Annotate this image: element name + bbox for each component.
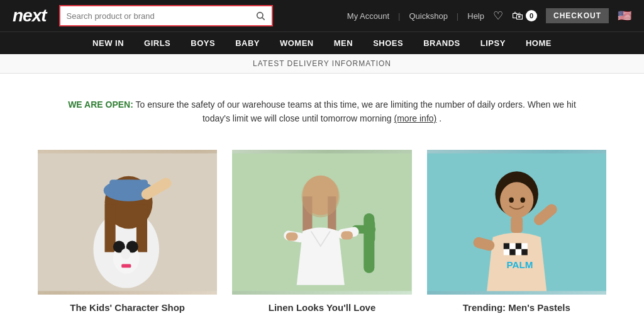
nav-item-girls[interactable]: GIRLS bbox=[134, 33, 180, 53]
alert-open-label: WE ARE OPEN: bbox=[68, 99, 133, 110]
svg-rect-45 bbox=[515, 249, 521, 256]
wishlist-icon[interactable]: ♡ bbox=[493, 9, 503, 23]
search-button[interactable] bbox=[249, 6, 272, 25]
my-account-link[interactable]: My Account bbox=[347, 11, 389, 21]
svg-rect-41 bbox=[515, 243, 521, 249]
header-right: My Account | Quickshop | Help ♡ 🛍 0 CHEC… bbox=[347, 8, 631, 23]
nav-item-shoes[interactable]: SHOES bbox=[363, 33, 413, 53]
more-info-link[interactable]: (more info) bbox=[394, 113, 437, 123]
svg-rect-27 bbox=[341, 231, 353, 239]
flag-icon: 🇺🇸 bbox=[618, 9, 631, 23]
svg-rect-46 bbox=[521, 249, 528, 256]
nav-item-boys[interactable]: BOYS bbox=[180, 33, 225, 53]
svg-point-36 bbox=[509, 197, 514, 203]
delivery-banner[interactable]: LATEST DELIVERY INFORMATION bbox=[0, 54, 644, 74]
header: next My Account | Quickshop | Help ♡ 🛍 0… bbox=[0, 0, 644, 31]
svg-rect-26 bbox=[286, 232, 298, 240]
nav-item-men[interactable]: MEN bbox=[324, 33, 363, 53]
divider-2: | bbox=[457, 11, 458, 21]
svg-rect-50 bbox=[511, 216, 523, 233]
site-logo[interactable]: next bbox=[13, 6, 47, 26]
alert-message: To ensure the safety of our warehouse te… bbox=[136, 99, 576, 123]
svg-point-0 bbox=[257, 13, 262, 18]
product-grid: The Kids' Character Shop Shop Now bbox=[38, 150, 606, 316]
nav-item-new-in[interactable]: NEW IN bbox=[82, 33, 134, 53]
nav-item-lipsy[interactable]: LIPSY bbox=[470, 33, 516, 53]
search-icon bbox=[255, 11, 265, 21]
svg-rect-40 bbox=[509, 243, 516, 249]
svg-line-1 bbox=[262, 18, 265, 20]
svg-rect-15 bbox=[121, 264, 131, 268]
product-title-mens: Trending: Men's Pastels bbox=[463, 302, 570, 313]
svg-rect-19 bbox=[367, 219, 375, 243]
svg-point-37 bbox=[520, 197, 525, 203]
main-nav: NEW IN GIRLS BOYS BABY WOMEN MEN SHOES B… bbox=[0, 31, 644, 54]
product-image-kids bbox=[38, 150, 217, 295]
nav-item-baby[interactable]: BABY bbox=[225, 33, 270, 53]
linen-image-svg bbox=[232, 150, 411, 295]
svg-point-35 bbox=[500, 182, 533, 218]
cart-count: 0 bbox=[526, 10, 537, 21]
search-container bbox=[59, 5, 273, 26]
svg-rect-39 bbox=[503, 243, 509, 249]
quickshop-link[interactable]: Quickshop bbox=[409, 11, 447, 21]
product-title-kids: The Kids' Character Shop bbox=[70, 302, 185, 313]
search-input[interactable] bbox=[60, 6, 249, 25]
kids-image-svg bbox=[38, 150, 217, 295]
checkout-button[interactable]: CHECKOUT bbox=[546, 8, 609, 23]
product-card-linen: Linen Looks You'll Love Shop Now bbox=[232, 150, 411, 316]
product-image-mens: PALM bbox=[427, 150, 606, 295]
svg-rect-44 bbox=[509, 249, 516, 256]
nav-item-women[interactable]: WOMEN bbox=[270, 33, 324, 53]
help-link[interactable]: Help bbox=[467, 11, 484, 21]
mens-image-svg: PALM bbox=[427, 150, 606, 295]
svg-rect-7 bbox=[136, 204, 147, 252]
svg-text:PALM: PALM bbox=[506, 259, 533, 270]
main-content: WE ARE OPEN: To ensure the safety of our… bbox=[0, 74, 644, 316]
cart-icon: 🛍 bbox=[512, 9, 523, 23]
nav-item-home[interactable]: HOME bbox=[516, 33, 562, 53]
divider-1: | bbox=[398, 11, 400, 21]
svg-point-23 bbox=[302, 176, 340, 218]
cart-container[interactable]: 🛍 0 bbox=[512, 9, 537, 23]
product-card-mens: PALM Trending: Men's Pastels Shop Now bbox=[427, 150, 606, 316]
product-card-kids: The Kids' Character Shop Shop Now bbox=[38, 150, 217, 316]
alert-end: . bbox=[439, 113, 441, 123]
product-image-linen bbox=[232, 150, 411, 295]
svg-rect-43 bbox=[503, 249, 509, 256]
svg-point-14 bbox=[121, 249, 130, 259]
nav-item-brands[interactable]: BRANDS bbox=[413, 33, 470, 53]
svg-rect-42 bbox=[521, 243, 528, 249]
delivery-banner-text: LATEST DELIVERY INFORMATION bbox=[253, 59, 391, 68]
product-title-linen: Linen Looks You'll Love bbox=[269, 302, 376, 313]
alert-banner: WE ARE OPEN: To ensure the safety of our… bbox=[38, 86, 606, 137]
